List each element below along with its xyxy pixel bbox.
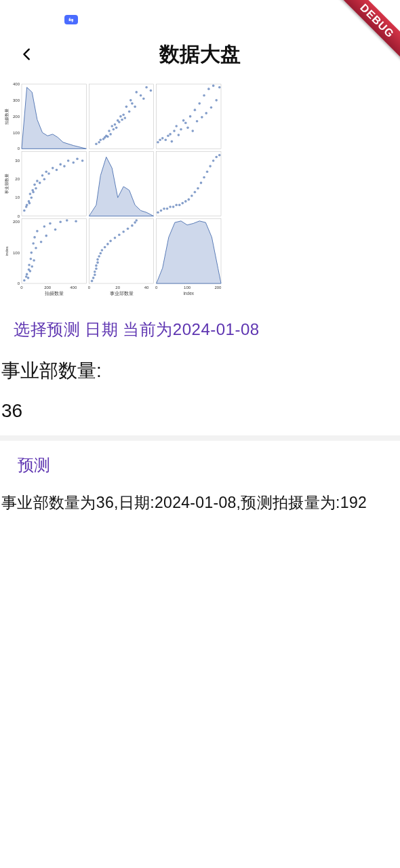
svg-point-170	[131, 224, 134, 227]
svg-point-128	[31, 252, 33, 254]
svg-point-84	[56, 169, 58, 172]
svg-point-20	[115, 127, 118, 130]
svg-point-38	[157, 141, 159, 144]
svg-point-108	[188, 198, 191, 201]
svg-point-27	[125, 106, 128, 108]
chevron-left-icon	[20, 47, 35, 62]
svg-rect-97	[157, 151, 221, 216]
svg-text:拍摄数量: 拍摄数量	[5, 108, 9, 125]
svg-point-56	[198, 102, 201, 105]
status-bar	[0, 0, 400, 30]
svg-point-15	[108, 130, 111, 132]
svg-point-32	[135, 91, 138, 94]
svg-point-120	[23, 279, 26, 282]
svg-point-55	[196, 120, 199, 123]
svg-point-106	[181, 202, 184, 205]
svg-point-127	[30, 258, 33, 260]
svg-point-153	[92, 277, 95, 279]
svg-point-71	[29, 193, 32, 195]
back-button[interactable]	[14, 41, 41, 68]
svg-point-165	[109, 240, 112, 243]
svg-point-23	[119, 115, 122, 118]
svg-text:事业部数量: 事业部数量	[4, 174, 9, 194]
svg-text:100: 100	[13, 131, 20, 135]
svg-text:300: 300	[13, 98, 20, 102]
svg-point-82	[47, 172, 50, 175]
svg-point-19	[114, 123, 117, 126]
svg-point-59	[205, 112, 207, 115]
svg-point-36	[150, 90, 153, 92]
svg-text:400: 400	[13, 82, 20, 86]
date-picker-button[interactable]: 选择预测 日期 当前为2024-01-08	[14, 319, 400, 340]
svg-point-116	[212, 159, 215, 162]
svg-text:20: 20	[15, 177, 20, 181]
svg-text:index: index	[5, 246, 9, 256]
svg-point-126	[29, 270, 32, 273]
svg-point-47	[178, 134, 180, 136]
svg-rect-119	[22, 219, 86, 283]
svg-rect-65	[22, 151, 86, 216]
svg-point-9	[98, 141, 100, 144]
svg-point-100	[163, 208, 165, 210]
svg-text:20: 20	[115, 285, 120, 290]
svg-text:10: 10	[15, 195, 20, 199]
svg-point-111	[197, 187, 199, 190]
svg-point-29	[129, 99, 132, 102]
svg-point-130	[32, 242, 35, 245]
svg-point-16	[109, 133, 112, 136]
svg-text:40: 40	[144, 285, 149, 290]
svg-point-76	[35, 187, 37, 190]
svg-text:0: 0	[155, 285, 158, 290]
svg-point-115	[209, 165, 212, 167]
svg-point-125	[28, 264, 31, 267]
svg-point-163	[104, 246, 106, 249]
svg-point-141	[66, 219, 68, 222]
svg-point-123	[27, 277, 30, 279]
divider	[0, 435, 400, 441]
svg-point-70	[28, 202, 31, 205]
svg-point-77	[36, 180, 39, 182]
svg-point-24	[121, 119, 123, 121]
usb-debug-icon	[64, 15, 78, 24]
svg-point-133	[35, 247, 37, 250]
svg-point-30	[131, 102, 134, 105]
svg-point-110	[194, 191, 197, 193]
svg-point-136	[43, 225, 46, 228]
svg-point-132	[33, 236, 36, 239]
svg-point-79	[41, 174, 44, 177]
svg-point-103	[172, 205, 175, 208]
svg-point-138	[49, 222, 52, 225]
svg-point-18	[113, 128, 115, 131]
pairplot-chart: 0100200300400拍摄数量0102030事业部数量0100200inde…	[0, 80, 224, 304]
svg-point-101	[166, 208, 169, 210]
svg-point-50	[184, 121, 187, 124]
svg-point-81	[45, 170, 47, 173]
svg-point-54	[194, 108, 197, 111]
svg-point-164	[106, 243, 109, 245]
svg-point-158	[96, 261, 99, 264]
date-picker-value: 2024-01-08	[173, 320, 260, 338]
svg-point-43	[169, 133, 172, 136]
svg-point-44	[171, 140, 174, 143]
svg-text:200: 200	[214, 285, 222, 290]
svg-point-156	[95, 267, 98, 270]
svg-point-118	[218, 154, 221, 157]
svg-point-171	[134, 221, 136, 224]
svg-text:0: 0	[18, 281, 20, 285]
svg-point-154	[94, 273, 96, 276]
svg-point-34	[142, 98, 145, 100]
svg-point-33	[140, 94, 142, 97]
svg-point-63	[215, 99, 218, 102]
svg-point-104	[175, 204, 178, 207]
predict-button[interactable]: 预测	[18, 454, 400, 476]
svg-text:200: 200	[13, 115, 20, 119]
svg-text:0: 0	[18, 214, 20, 218]
svg-point-49	[182, 119, 185, 122]
svg-point-99	[160, 210, 163, 212]
svg-point-31	[134, 106, 136, 108]
svg-point-166	[114, 237, 117, 239]
svg-point-60	[207, 87, 210, 90]
svg-point-88	[72, 161, 75, 164]
business-unit-value[interactable]: 36	[1, 400, 400, 422]
svg-point-46	[175, 125, 178, 127]
